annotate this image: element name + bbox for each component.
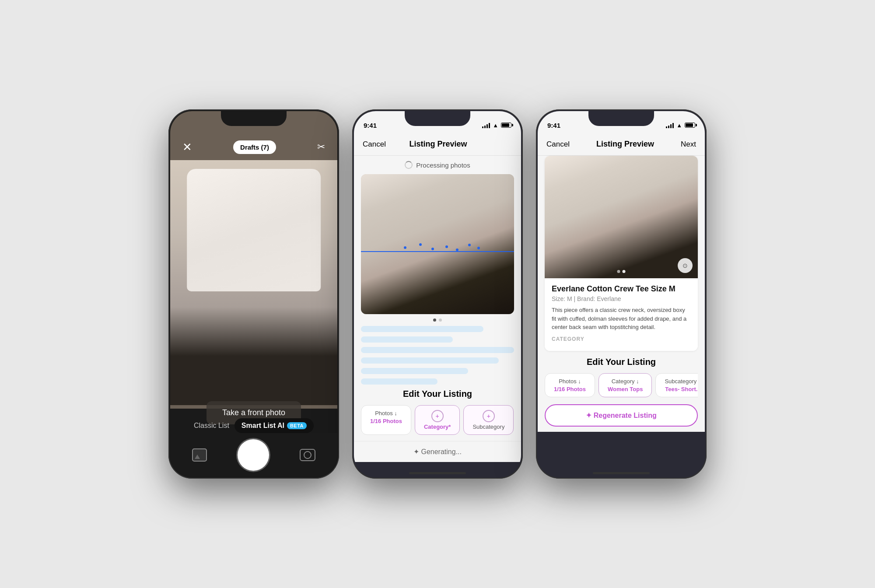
camera-photo	[170, 160, 337, 405]
edit-listing-section-3: Edit Your Listing Photos ↓ 1/16 Photos C…	[538, 357, 705, 399]
person-photo-2	[361, 174, 514, 314]
tab-photos-sub-3: 1/16 Photos	[554, 386, 586, 392]
tab-cat-sub-3: Women Tops	[608, 386, 643, 392]
image-edit-button[interactable]: ⊙	[678, 258, 693, 273]
camera-top-bar: ✕ Drafts (7) ✂	[170, 134, 337, 160]
tab-subcategory-label-2: Subcategory	[472, 424, 504, 430]
tab-category-3[interactable]: Category ↓ Women Tops	[598, 373, 652, 397]
cancel-button-3[interactable]: Cancel	[546, 140, 570, 149]
skel-1	[361, 326, 483, 332]
card-dot-2	[623, 270, 626, 273]
page-title-2: Listing Preview	[409, 140, 467, 149]
tab-photos-label-3: Photos ↓	[559, 378, 581, 385]
wifi-icon-2: ▲	[493, 122, 498, 129]
generating-bar: ✦ Generating...	[354, 441, 521, 462]
skel-6	[361, 378, 438, 385]
category-header-label: CATEGORY	[552, 336, 691, 342]
processing-banner: Processing photos	[354, 156, 521, 174]
skel-2	[361, 336, 453, 343]
tab-subcat-label-3: Subcategory ↓	[665, 378, 698, 385]
listing-image-2	[361, 174, 514, 314]
image-page-dots-2	[354, 318, 521, 322]
notch-3	[588, 111, 654, 126]
skel-3	[361, 347, 514, 353]
signal-bar-1	[482, 126, 483, 128]
edit-tabs-3[interactable]: Photos ↓ 1/16 Photos Category ↓ Women To…	[545, 373, 698, 399]
skel-5	[361, 368, 468, 374]
tab-photos-3[interactable]: Photos ↓ 1/16 Photos	[545, 373, 595, 397]
spinner-icon	[405, 161, 413, 169]
tab-subcategory-2[interactable]: + Subcategory	[463, 405, 514, 435]
page-title-3: Listing Preview	[596, 140, 654, 149]
signal-bar-3-4	[672, 123, 674, 128]
beta-badge: BETA	[287, 422, 307, 429]
mode-selector: Classic List Smart List AI BETA	[170, 418, 337, 433]
battery-icon-3	[685, 122, 695, 128]
classic-list-mode[interactable]: Classic List	[194, 422, 229, 430]
page-dot-1	[433, 318, 436, 322]
close-button[interactable]: ✕	[182, 141, 192, 153]
phone-1: ✕ Drafts (7) ✂ Take a front photo Classi…	[168, 109, 339, 479]
category-icon-2: +	[431, 410, 444, 422]
listing-card-image: ⊙	[545, 156, 698, 278]
nav-bar-2: Cancel Listing Preview	[354, 133, 521, 156]
phone-3: 9:41 ▲ Cancel Listi	[536, 109, 707, 479]
card-page-dots	[617, 270, 626, 273]
skel-4	[361, 357, 499, 364]
tab-cat-label-3: Category ↓	[612, 378, 639, 385]
listing-meta: Size: M | Brand: Everlane	[552, 295, 691, 302]
phone-2: 9:41 ▲ Cancel Listi	[352, 109, 523, 479]
dot-4	[445, 245, 448, 248]
edit-listing-title-3: Edit Your Listing	[545, 357, 698, 367]
person-photo-3	[545, 156, 698, 278]
tab-photos-sub-2: 1/16 Photos	[370, 418, 402, 424]
camera-controls	[170, 433, 337, 477]
dot-3	[431, 248, 434, 250]
flip-camera-button[interactable]	[300, 449, 315, 461]
shirt-area	[187, 169, 321, 291]
regenerate-button[interactable]: ✦ Regenerate Listing	[545, 404, 698, 427]
wifi-icon-3: ▲	[676, 122, 682, 129]
notch-2	[405, 111, 470, 126]
subcategory-icon-2: +	[483, 410, 495, 422]
status-icons-3: ▲	[666, 122, 695, 129]
edit-listing-section-2: Edit Your Listing Photos ↓ 1/16 Photos +…	[354, 389, 521, 437]
skeleton-loading	[361, 326, 514, 385]
listing-description: This piece offers a classic crew neck, o…	[552, 306, 691, 332]
signal-bar-3-2	[668, 126, 669, 128]
regen-label: ✦ Regenerate Listing	[586, 411, 656, 420]
listing-title: Everlane Cotton Crew Tee Size M	[552, 284, 691, 294]
signal-bar-3-1	[666, 126, 667, 128]
dot-7	[477, 247, 480, 249]
signal-icon-2	[482, 122, 490, 128]
card-dot-1	[617, 270, 620, 273]
next-button-3[interactable]: Next	[681, 140, 696, 149]
dot-2	[419, 243, 422, 246]
generating-label: ✦ Generating...	[413, 448, 462, 456]
cancel-button-2[interactable]: Cancel	[363, 140, 386, 149]
tab-category-2[interactable]: + Category*	[415, 405, 460, 435]
dot-1	[404, 246, 406, 249]
tab-subcat-sub-3: Tees- Short...	[665, 386, 698, 392]
page-dot-2	[439, 318, 442, 322]
listing-card-body: Everlane Cotton Crew Tee Size M Size: M …	[545, 278, 698, 351]
tab-photos-2[interactable]: Photos ↓ 1/16 Photos	[361, 405, 411, 435]
tab-photos-label-2: Photos ↓	[375, 410, 397, 416]
smart-list-mode[interactable]: Smart List AI BETA	[234, 418, 314, 433]
phones-container: ✕ Drafts (7) ✂ Take a front photo Classi…	[168, 109, 707, 479]
nav-bar-3: Cancel Listing Preview Next	[538, 133, 705, 156]
notch-1	[221, 111, 287, 126]
scissor-button[interactable]: ✂	[317, 141, 325, 153]
status-time-2: 9:41	[364, 122, 377, 129]
dot-5	[456, 248, 458, 251]
listing-card-3: ⊙ Everlane Cotton Crew Tee Size M Size: …	[545, 156, 698, 351]
gallery-button[interactable]	[192, 448, 207, 462]
person-preview	[170, 160, 337, 405]
tab-subcat-3[interactable]: Subcategory ↓ Tees- Short...	[655, 373, 698, 397]
signal-bar-2	[484, 126, 486, 128]
status-icons-2: ▲	[482, 122, 511, 129]
signal-bar-3	[486, 124, 488, 128]
shutter-button[interactable]	[238, 439, 269, 471]
drafts-button[interactable]: Drafts (7)	[233, 140, 276, 154]
edit-tabs-2[interactable]: Photos ↓ 1/16 Photos + Category* + Subca…	[361, 405, 514, 437]
